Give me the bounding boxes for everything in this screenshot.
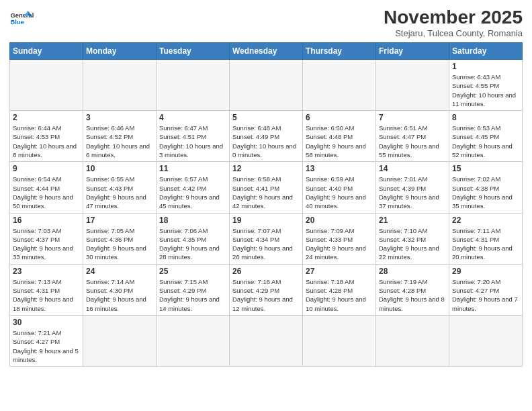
table-row: 18Sunrise: 7:06 AM Sunset: 4:35 PM Dayli… [157,213,230,264]
table-row: 9Sunrise: 6:54 AM Sunset: 4:44 PM Daylig… [10,162,83,213]
day-info: Sunrise: 6:57 AM Sunset: 4:42 PM Dayligh… [159,175,226,210]
logo: General Blue [9,7,34,31]
subtitle: Stejaru, Tulcea County, Romania [384,28,523,38]
title-block: November 2025 Stejaru, Tulcea County, Ro… [384,7,523,38]
day-number: 3 [86,113,153,122]
table-row: 20Sunrise: 7:09 AM Sunset: 4:33 PM Dayli… [303,213,376,264]
day-number: 30 [13,318,80,327]
table-row: 24Sunrise: 7:14 AM Sunset: 4:30 PM Dayli… [83,264,157,315]
day-info: Sunrise: 7:07 AM Sunset: 4:34 PM Dayligh… [232,226,300,262]
day-number: 2 [13,113,80,122]
day-info: Sunrise: 6:46 AM Sunset: 4:52 PM Dayligh… [86,124,153,159]
day-info: Sunrise: 7:10 AM Sunset: 4:32 PM Dayligh… [379,226,446,262]
day-number: 9 [13,164,80,173]
day-info: Sunrise: 7:02 AM Sunset: 4:38 PM Dayligh… [452,175,519,210]
header: General Blue November 2025 Stejaru, Tulc… [9,7,523,38]
day-info: Sunrise: 7:19 AM Sunset: 4:28 PM Dayligh… [379,277,446,313]
table-row [230,60,303,111]
day-info: Sunrise: 7:13 AM Sunset: 4:31 PM Dayligh… [13,277,80,313]
table-row [157,60,230,111]
table-row: 23Sunrise: 7:13 AM Sunset: 4:31 PM Dayli… [10,264,83,315]
table-row: 19Sunrise: 7:07 AM Sunset: 4:34 PM Dayli… [230,213,303,264]
month-title: November 2025 [384,7,523,28]
day-number: 19 [232,216,300,225]
calendar-table: Sunday Monday Tuesday Wednesday Thursday… [9,42,523,367]
col-monday: Monday [83,43,157,60]
day-info: Sunrise: 7:21 AM Sunset: 4:27 PM Dayligh… [13,328,80,364]
day-info: Sunrise: 7:20 AM Sunset: 4:27 PM Dayligh… [452,277,519,313]
calendar-week-1: 2Sunrise: 6:44 AM Sunset: 4:53 PM Daylig… [10,111,523,162]
table-row: 14Sunrise: 7:01 AM Sunset: 4:39 PM Dayli… [376,162,449,213]
table-row: 29Sunrise: 7:20 AM Sunset: 4:27 PM Dayli… [449,264,523,315]
table-row: 25Sunrise: 7:15 AM Sunset: 4:29 PM Dayli… [157,264,230,315]
day-info: Sunrise: 6:55 AM Sunset: 4:43 PM Dayligh… [86,175,153,210]
table-row [303,315,376,366]
table-row [10,60,83,111]
day-number: 28 [379,267,446,276]
svg-text:Blue: Blue [10,19,24,26]
table-row: 30Sunrise: 7:21 AM Sunset: 4:27 PM Dayli… [10,315,83,366]
col-thursday: Thursday [303,43,376,60]
day-info: Sunrise: 6:50 AM Sunset: 4:48 PM Dayligh… [306,124,373,159]
table-row: 8Sunrise: 6:53 AM Sunset: 4:45 PM Daylig… [449,111,523,162]
table-row: 17Sunrise: 7:05 AM Sunset: 4:36 PM Dayli… [83,213,157,264]
table-row: 5Sunrise: 6:48 AM Sunset: 4:49 PM Daylig… [230,111,303,162]
day-number: 4 [159,113,226,122]
table-row: 27Sunrise: 7:18 AM Sunset: 4:28 PM Dayli… [303,264,376,315]
day-info: Sunrise: 7:03 AM Sunset: 4:37 PM Dayligh… [13,226,80,262]
table-row: 13Sunrise: 6:59 AM Sunset: 4:40 PM Dayli… [303,162,376,213]
day-info: Sunrise: 7:18 AM Sunset: 4:28 PM Dayligh… [306,277,373,313]
table-row [376,315,449,366]
day-number: 11 [159,164,226,173]
table-row [376,60,449,111]
calendar-week-4: 23Sunrise: 7:13 AM Sunset: 4:31 PM Dayli… [10,264,523,315]
col-wednesday: Wednesday [230,43,303,60]
day-info: Sunrise: 6:51 AM Sunset: 4:47 PM Dayligh… [379,124,446,159]
day-number: 21 [379,216,446,225]
weekday-row: Sunday Monday Tuesday Wednesday Thursday… [10,43,523,60]
day-info: Sunrise: 6:59 AM Sunset: 4:40 PM Dayligh… [306,175,373,210]
day-number: 20 [306,216,373,225]
day-info: Sunrise: 7:01 AM Sunset: 4:39 PM Dayligh… [379,175,446,210]
table-row [83,315,157,366]
table-row: 22Sunrise: 7:11 AM Sunset: 4:31 PM Dayli… [449,213,523,264]
page: General Blue November 2025 Stejaru, Tulc… [0,0,532,411]
day-info: Sunrise: 7:11 AM Sunset: 4:31 PM Dayligh… [452,226,519,262]
day-number: 16 [13,216,80,225]
table-row [449,315,523,366]
table-row: 7Sunrise: 6:51 AM Sunset: 4:47 PM Daylig… [376,111,449,162]
day-info: Sunrise: 6:58 AM Sunset: 4:41 PM Dayligh… [232,175,300,210]
table-row: 3Sunrise: 6:46 AM Sunset: 4:52 PM Daylig… [83,111,157,162]
day-number: 23 [13,267,80,276]
table-row: 12Sunrise: 6:58 AM Sunset: 4:41 PM Dayli… [230,162,303,213]
day-info: Sunrise: 6:53 AM Sunset: 4:45 PM Dayligh… [452,124,519,159]
table-row [230,315,303,366]
day-number: 5 [232,113,300,122]
col-sunday: Sunday [10,43,83,60]
table-row: 15Sunrise: 7:02 AM Sunset: 4:38 PM Dayli… [449,162,523,213]
calendar-week-3: 16Sunrise: 7:03 AM Sunset: 4:37 PM Dayli… [10,213,523,264]
col-saturday: Saturday [449,43,523,60]
day-info: Sunrise: 6:48 AM Sunset: 4:49 PM Dayligh… [232,124,300,159]
day-number: 6 [306,113,373,122]
table-row: 6Sunrise: 6:50 AM Sunset: 4:48 PM Daylig… [303,111,376,162]
day-info: Sunrise: 6:54 AM Sunset: 4:44 PM Dayligh… [13,175,80,210]
day-number: 29 [452,267,519,276]
day-number: 8 [452,113,519,122]
table-row [157,315,230,366]
table-row [83,60,157,111]
day-info: Sunrise: 6:47 AM Sunset: 4:51 PM Dayligh… [159,124,226,159]
day-info: Sunrise: 7:06 AM Sunset: 4:35 PM Dayligh… [159,226,226,262]
day-number: 27 [306,267,373,276]
table-row: 28Sunrise: 7:19 AM Sunset: 4:28 PM Dayli… [376,264,449,315]
day-number: 22 [452,216,519,225]
table-row: 11Sunrise: 6:57 AM Sunset: 4:42 PM Dayli… [157,162,230,213]
col-tuesday: Tuesday [157,43,230,60]
day-number: 12 [232,164,300,173]
calendar-header: Sunday Monday Tuesday Wednesday Thursday… [10,43,523,60]
day-number: 17 [86,216,153,225]
day-number: 1 [452,62,519,71]
day-info: Sunrise: 7:14 AM Sunset: 4:30 PM Dayligh… [86,277,153,313]
table-row: 2Sunrise: 6:44 AM Sunset: 4:53 PM Daylig… [10,111,83,162]
day-number: 26 [232,267,300,276]
